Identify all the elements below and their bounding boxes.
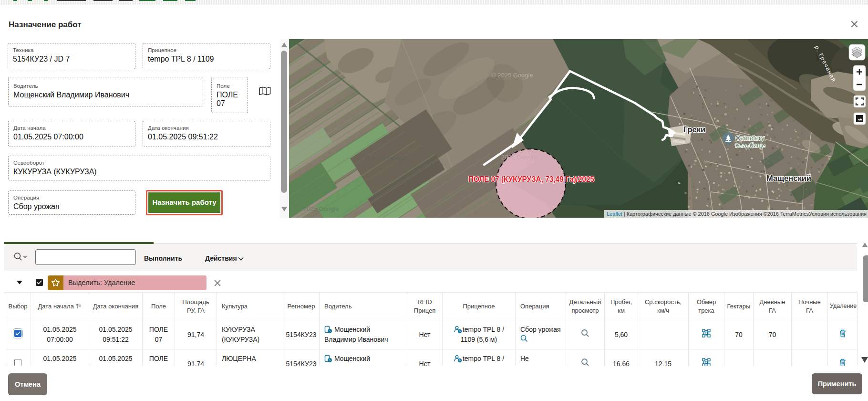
svg-text:Leaflet | Картографические дан: Leaflet | Картографические данные © 2016… — [607, 211, 867, 217]
svg-text:2025 Google: 2025 Google — [501, 154, 537, 161]
svg-text:ПОЛЕ 07 (КУКУРУЗА, 73,49 Га)/2: ПОЛЕ 07 (КУКУРУЗА, 73,49 Га)/2025 — [468, 175, 594, 184]
svg-text:© 2025 Google: © 2025 Google — [365, 155, 407, 162]
svg-text:© 2025 Google: © 2025 Google — [491, 72, 533, 79]
svg-text:Кладбище: Кладбище — [735, 142, 765, 149]
svg-text:Греки: Греки — [683, 125, 705, 134]
svg-text:2025 Google: 2025 Google — [303, 205, 339, 212]
svg-text:Мащенский: Мащенский — [766, 174, 811, 182]
svg-text:Cemetery: Cemetery — [735, 134, 765, 142]
